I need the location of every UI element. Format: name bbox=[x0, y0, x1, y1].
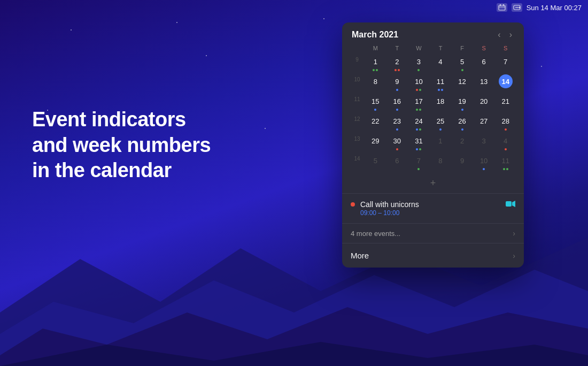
svg-marker-12 bbox=[512, 201, 515, 207]
cal-day-mar22[interactable]: 22 bbox=[365, 113, 386, 132]
event-details: Call with unicorns 09:00 – 10:00 bbox=[360, 200, 500, 217]
prev-month-button[interactable]: ‹ bbox=[496, 30, 502, 40]
cal-day-mar11[interactable]: 11 bbox=[430, 73, 452, 93]
add-event-button[interactable]: + bbox=[430, 178, 436, 189]
wifi-status-icon bbox=[512, 3, 522, 12]
event-section: Call with unicorns 09:00 – 10:00 bbox=[342, 194, 524, 223]
weekday-sat: S bbox=[473, 44, 495, 52]
week-num-14: 14 bbox=[350, 152, 365, 172]
cal-day-mar2[interactable]: 2 bbox=[386, 54, 408, 73]
week-num-12: 12 bbox=[350, 113, 365, 132]
cal-day-mar30[interactable]: 30 bbox=[386, 133, 408, 152]
cal-day-mar19[interactable]: 19 bbox=[451, 93, 473, 112]
hero-heading: Event indicators and week numbers in the… bbox=[32, 107, 211, 184]
cal-day-apr8[interactable]: 8 bbox=[430, 152, 452, 172]
calendar-header: March 2021 ‹ › bbox=[342, 22, 524, 44]
cal-day-mar28[interactable]: 28 bbox=[494, 113, 516, 132]
svg-point-10 bbox=[519, 7, 520, 9]
cal-day-apr2[interactable]: 2 bbox=[451, 133, 473, 152]
more-events-label: 4 more events... bbox=[351, 230, 400, 238]
cal-day-mar29[interactable]: 29 bbox=[365, 133, 386, 152]
cal-day-mar18[interactable]: 18 bbox=[430, 93, 452, 112]
cal-day-mar25[interactable]: 25 bbox=[430, 113, 452, 132]
weekday-tue: T bbox=[386, 44, 408, 52]
cal-day-mar15[interactable]: 15 bbox=[365, 93, 386, 112]
week-num-header bbox=[350, 44, 365, 52]
cal-row-w10: 10 8 9 10 11 12 13 bbox=[350, 73, 516, 93]
cal-row-w12: 12 22 23 24 25 26 27 bbox=[350, 113, 516, 132]
cal-day-mar21[interactable]: 21 bbox=[494, 93, 516, 112]
calendar-status-icon bbox=[497, 3, 507, 12]
calendar-grid: M T W T F S S 9 1 2 3 4 bbox=[342, 44, 524, 176]
event-item-unicorns[interactable]: Call with unicorns 09:00 – 10:00 bbox=[351, 200, 515, 217]
cal-day-mar3[interactable]: 3 bbox=[408, 54, 430, 73]
event-time: 09:00 – 10:00 bbox=[360, 209, 500, 217]
week-num-11: 11 bbox=[350, 93, 365, 112]
event-color-dot bbox=[351, 202, 355, 207]
cal-row-w9: 9 1 2 3 4 5 6 bbox=[350, 54, 516, 73]
svg-rect-6 bbox=[503, 4, 504, 6]
weekday-mon: M bbox=[365, 44, 386, 52]
add-event-row: + bbox=[342, 176, 524, 193]
week-num-9: 9 bbox=[350, 54, 365, 73]
cal-day-mar31[interactable]: 31 bbox=[408, 133, 430, 152]
svg-rect-4 bbox=[499, 5, 505, 10]
cal-row-w11: 11 15 16 17 18 19 20 bbox=[350, 93, 516, 112]
cal-day-apr9[interactable]: 9 bbox=[451, 152, 473, 172]
cal-day-apr10[interactable]: 10 bbox=[473, 152, 495, 172]
more-events-chevron-icon: › bbox=[513, 229, 515, 238]
cal-day-mar17[interactable]: 17 bbox=[408, 93, 430, 112]
event-title: Call with unicorns bbox=[360, 200, 500, 209]
hero-text-block: Event indicators and week numbers in the… bbox=[32, 107, 211, 184]
topbar: Sun 14 Mar 00:27 bbox=[497, 0, 588, 15]
cal-day-mar27[interactable]: 27 bbox=[473, 113, 495, 132]
svg-rect-5 bbox=[500, 4, 501, 6]
calendar-month-year: March 2021 bbox=[352, 30, 398, 40]
more-row[interactable]: More › bbox=[342, 243, 524, 268]
topbar-datetime: Sun 14 Mar 00:27 bbox=[527, 4, 582, 12]
next-month-button[interactable]: › bbox=[507, 30, 514, 40]
calendar-weekdays: M T W T F S S bbox=[350, 44, 516, 52]
calendar-popup: March 2021 ‹ › M T W T F S S 9 1 2 bbox=[342, 22, 524, 268]
cal-day-apr11[interactable]: 11 bbox=[494, 152, 516, 172]
week-num-10: 10 bbox=[350, 73, 365, 93]
video-call-icon bbox=[506, 200, 515, 209]
more-label: More bbox=[351, 251, 369, 260]
more-chevron-icon: › bbox=[513, 251, 515, 260]
cal-day-mar10[interactable]: 10 bbox=[408, 73, 430, 93]
cal-day-mar6[interactable]: 6 bbox=[473, 54, 495, 73]
week-num-13: 13 bbox=[350, 133, 365, 152]
cal-day-apr3[interactable]: 3 bbox=[473, 133, 495, 152]
cal-day-mar1[interactable]: 1 bbox=[365, 54, 386, 73]
weekday-thu: T bbox=[430, 44, 452, 52]
cal-day-mar5[interactable]: 5 bbox=[451, 54, 473, 73]
cal-day-mar7[interactable]: 7 bbox=[494, 54, 516, 73]
cal-day-mar24[interactable]: 24 bbox=[408, 113, 430, 132]
cal-day-mar13[interactable]: 13 bbox=[473, 73, 495, 93]
weekday-wed: W bbox=[408, 44, 430, 52]
cal-day-mar8[interactable]: 8 bbox=[365, 73, 386, 93]
svg-rect-11 bbox=[506, 201, 512, 207]
weekday-fri: F bbox=[451, 44, 473, 52]
calendar-nav: ‹ › bbox=[496, 30, 514, 40]
cal-row-w14: 14 5 6 7 8 9 10 bbox=[350, 152, 516, 172]
cal-day-apr5[interactable]: 5 bbox=[365, 152, 386, 172]
cal-day-mar23[interactable]: 23 bbox=[386, 113, 408, 132]
weekday-sun: S bbox=[494, 44, 516, 52]
cal-day-mar12[interactable]: 12 bbox=[451, 73, 473, 93]
cal-day-mar20[interactable]: 20 bbox=[473, 93, 495, 112]
cal-day-apr4[interactable]: 4 bbox=[494, 133, 516, 152]
cal-day-apr1[interactable]: 1 bbox=[430, 133, 452, 152]
cal-day-mar26[interactable]: 26 bbox=[451, 113, 473, 132]
cal-day-mar16[interactable]: 16 bbox=[386, 93, 408, 112]
cal-day-mar4[interactable]: 4 bbox=[430, 54, 452, 73]
cal-day-mar9[interactable]: 9 bbox=[386, 73, 408, 93]
cal-row-w13: 13 29 30 31 1 2 3 bbox=[350, 133, 516, 152]
cal-day-apr7[interactable]: 7 bbox=[408, 152, 430, 172]
cal-day-apr6[interactable]: 6 bbox=[386, 152, 408, 172]
more-events-row[interactable]: 4 more events... › bbox=[342, 223, 524, 243]
cal-day-mar14-today[interactable]: 14 bbox=[494, 73, 516, 93]
